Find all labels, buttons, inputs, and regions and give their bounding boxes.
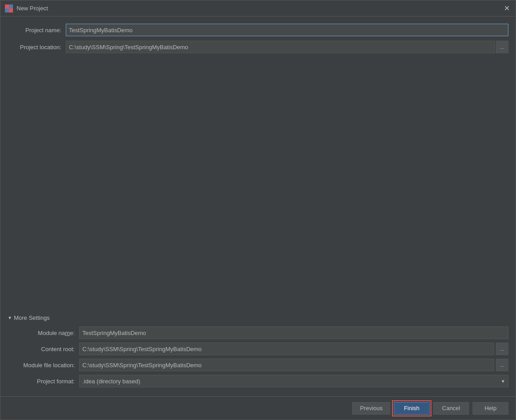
more-settings-toggle[interactable]: ▼ More Settings: [8, 312, 508, 325]
project-location-label: Project location:: [8, 44, 66, 51]
project-name-row: Project name:: [8, 24, 508, 36]
svg-rect-0: [5, 4, 9, 8]
project-location-input[interactable]: [66, 41, 495, 53]
more-settings-label: More Settings: [14, 314, 50, 321]
project-location-browse-button[interactable]: ...: [496, 41, 508, 53]
module-file-location-label: Module file location:: [8, 362, 79, 369]
svg-rect-3: [9, 8, 13, 13]
project-format-value: .idea (directory based): [82, 378, 140, 385]
title-bar: New Project ✕: [0, 0, 516, 17]
new-project-dialog: New Project ✕ Project name: Project loca…: [0, 0, 516, 420]
project-name-label: Project name:: [8, 27, 66, 34]
svg-rect-2: [5, 8, 9, 13]
more-settings-section: ▼ More Settings Module name: Content roo…: [8, 312, 508, 393]
module-file-location-input[interactable]: [79, 359, 494, 371]
module-file-location-row: Module file location: ...: [8, 359, 508, 371]
dropdown-arrow-icon: ▼: [501, 379, 505, 384]
close-button[interactable]: ✕: [502, 4, 511, 13]
project-format-dropdown[interactable]: .idea (directory based) ▼: [79, 375, 508, 387]
content-root-label: Content root:: [8, 346, 79, 352]
content-area: Project name: Project location: ... ▼ Mo…: [0, 17, 516, 396]
empty-area: [8, 58, 508, 312]
content-root-row: Content root: ...: [8, 343, 508, 355]
previous-button[interactable]: Previous: [352, 402, 390, 415]
module-name-row: Module name:: [8, 327, 508, 339]
project-name-input[interactable]: [66, 24, 508, 36]
module-file-location-browse-button[interactable]: ...: [496, 359, 508, 371]
project-format-label: Project format:: [8, 378, 79, 385]
content-root-browse-button[interactable]: ...: [496, 343, 508, 355]
content-root-input[interactable]: [79, 343, 494, 355]
finish-button[interactable]: Finish: [394, 402, 430, 415]
dialog-title: New Project: [17, 5, 502, 12]
project-location-row: Project location: ...: [8, 41, 508, 53]
project-location-input-container: ...: [66, 41, 508, 53]
app-icon: [5, 4, 13, 13]
project-format-row: Project format: .idea (directory based) …: [8, 375, 508, 387]
more-settings-arrow: ▼: [8, 315, 12, 320]
module-name-input[interactable]: [79, 327, 508, 339]
help-button[interactable]: Help: [473, 402, 508, 415]
button-bar: Previous Finish Cancel Help: [0, 396, 516, 420]
svg-rect-1: [9, 4, 13, 8]
more-settings-content: Module name: Content root: ... Module fi…: [8, 325, 508, 393]
project-name-input-container: [66, 24, 508, 36]
module-name-label: Module name:: [8, 330, 79, 336]
cancel-button[interactable]: Cancel: [433, 402, 469, 415]
